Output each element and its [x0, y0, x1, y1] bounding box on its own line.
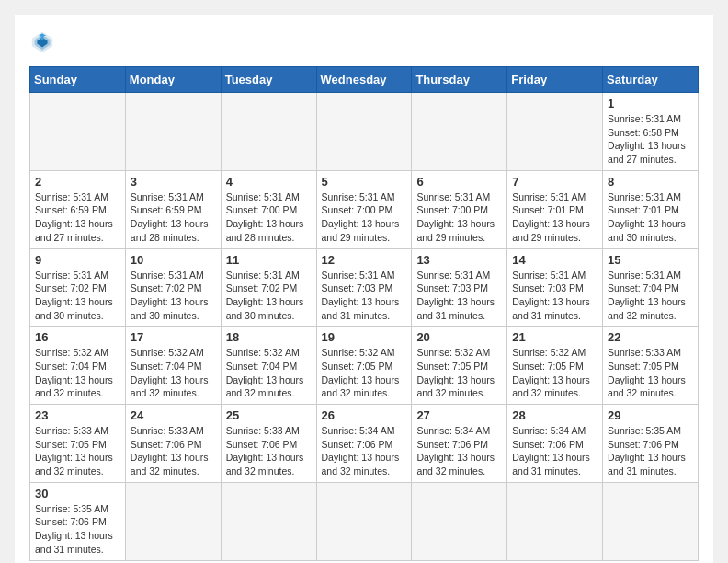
calendar-cell: 19Sunrise: 5:32 AMSunset: 7:05 PMDayligh… [316, 327, 412, 405]
day-info: Sunrise: 5:32 AMSunset: 7:05 PMDaylight:… [416, 346, 502, 400]
calendar-cell: 6Sunrise: 5:31 AMSunset: 7:00 PMDaylight… [412, 170, 507, 248]
day-info: Sunrise: 5:32 AMSunset: 7:05 PMDaylight:… [322, 346, 407, 400]
day-number: 24 [131, 408, 216, 422]
day-info: Sunrise: 5:31 AMSunset: 7:00 PMDaylight:… [322, 190, 407, 245]
calendar-cell: 2Sunrise: 5:31 AMSunset: 6:59 PMDaylight… [30, 170, 126, 248]
logo [29, 29, 59, 55]
calendar-cell [507, 482, 603, 560]
day-info: Sunrise: 5:31 AMSunset: 7:02 PMDaylight:… [131, 269, 216, 323]
weekday-header-row: SundayMondayTuesdayWednesdayThursdayFrid… [30, 67, 699, 93]
day-info: Sunrise: 5:31 AMSunset: 6:59 PMDaylight:… [35, 190, 120, 245]
logo-icon [29, 29, 55, 55]
day-number: 30 [35, 487, 120, 500]
day-number: 23 [35, 408, 120, 422]
calendar-cell: 14Sunrise: 5:31 AMSunset: 7:03 PMDayligh… [507, 248, 603, 327]
weekday-header-tuesday: Tuesday [221, 67, 316, 93]
calendar-cell: 9Sunrise: 5:31 AMSunset: 7:02 PMDaylight… [30, 248, 126, 327]
day-number: 20 [416, 330, 502, 344]
calendar-cell [30, 93, 126, 171]
calendar-cell [221, 93, 316, 171]
day-info: Sunrise: 5:35 AMSunset: 7:06 PMDaylight:… [608, 424, 693, 478]
day-info: Sunrise: 5:31 AMSunset: 7:01 PMDaylight:… [608, 190, 693, 245]
calendar-week-2: 2Sunrise: 5:31 AMSunset: 6:59 PMDaylight… [30, 170, 699, 248]
day-info: Sunrise: 5:33 AMSunset: 7:06 PMDaylight:… [226, 424, 312, 478]
day-info: Sunrise: 5:32 AMSunset: 7:04 PMDaylight:… [35, 346, 120, 400]
calendar-cell: 25Sunrise: 5:33 AMSunset: 7:06 PMDayligh… [221, 405, 316, 483]
weekday-header-friday: Friday [507, 67, 603, 93]
day-number: 12 [322, 253, 407, 267]
calendar-cell: 21Sunrise: 5:32 AMSunset: 7:05 PMDayligh… [507, 327, 603, 405]
calendar-cell: 18Sunrise: 5:32 AMSunset: 7:04 PMDayligh… [221, 327, 316, 405]
day-info: Sunrise: 5:32 AMSunset: 7:04 PMDaylight:… [226, 346, 312, 400]
calendar-cell: 3Sunrise: 5:31 AMSunset: 6:59 PMDaylight… [125, 170, 221, 248]
calendar-cell [603, 482, 699, 560]
day-info: Sunrise: 5:32 AMSunset: 7:05 PMDaylight:… [512, 346, 597, 400]
calendar-cell [316, 93, 412, 171]
day-number: 10 [131, 253, 216, 267]
calendar-cell [221, 482, 316, 560]
calendar-cell: 29Sunrise: 5:35 AMSunset: 7:06 PMDayligh… [603, 405, 699, 483]
day-number: 18 [226, 330, 312, 344]
day-number: 13 [416, 253, 502, 267]
day-number: 3 [131, 175, 216, 189]
day-number: 14 [512, 253, 597, 267]
day-number: 15 [608, 253, 693, 267]
calendar-cell: 16Sunrise: 5:32 AMSunset: 7:04 PMDayligh… [30, 327, 126, 405]
calendar-page: SundayMondayTuesdayWednesdayThursdayFrid… [15, 15, 713, 563]
calendar-cell [507, 93, 603, 171]
day-info: Sunrise: 5:33 AMSunset: 7:05 PMDaylight:… [35, 424, 120, 478]
day-number: 27 [416, 408, 502, 422]
day-number: 28 [512, 408, 597, 422]
calendar-cell: 13Sunrise: 5:31 AMSunset: 7:03 PMDayligh… [412, 248, 507, 327]
weekday-header-saturday: Saturday [603, 67, 699, 93]
calendar-cell [412, 482, 507, 560]
day-number: 7 [512, 175, 597, 189]
day-number: 2 [35, 175, 120, 189]
day-number: 6 [416, 175, 502, 189]
calendar-cell: 27Sunrise: 5:34 AMSunset: 7:06 PMDayligh… [412, 405, 507, 483]
day-info: Sunrise: 5:31 AMSunset: 7:03 PMDaylight:… [322, 269, 407, 323]
day-info: Sunrise: 5:31 AMSunset: 7:02 PMDaylight:… [226, 269, 312, 323]
day-info: Sunrise: 5:34 AMSunset: 7:06 PMDaylight:… [322, 424, 407, 478]
calendar-cell: 24Sunrise: 5:33 AMSunset: 7:06 PMDayligh… [125, 405, 221, 483]
day-info: Sunrise: 5:34 AMSunset: 7:06 PMDaylight:… [512, 424, 597, 478]
calendar-cell: 7Sunrise: 5:31 AMSunset: 7:01 PMDaylight… [507, 170, 603, 248]
day-info: Sunrise: 5:31 AMSunset: 7:01 PMDaylight:… [512, 190, 597, 245]
calendar-cell: 15Sunrise: 5:31 AMSunset: 7:04 PMDayligh… [603, 248, 699, 327]
calendar-week-6: 30Sunrise: 5:35 AMSunset: 7:06 PMDayligh… [30, 482, 699, 560]
day-info: Sunrise: 5:33 AMSunset: 7:06 PMDaylight:… [131, 424, 216, 478]
day-info: Sunrise: 5:31 AMSunset: 6:59 PMDaylight:… [131, 190, 216, 245]
calendar-cell [316, 482, 412, 560]
calendar-cell: 11Sunrise: 5:31 AMSunset: 7:02 PMDayligh… [221, 248, 316, 327]
day-info: Sunrise: 5:31 AMSunset: 7:00 PMDaylight:… [226, 190, 312, 245]
calendar-cell: 4Sunrise: 5:31 AMSunset: 7:00 PMDaylight… [221, 170, 316, 248]
calendar-cell [125, 482, 221, 560]
day-info: Sunrise: 5:31 AMSunset: 6:58 PMDaylight:… [608, 112, 693, 167]
calendar-cell [412, 93, 507, 171]
calendar-week-3: 9Sunrise: 5:31 AMSunset: 7:02 PMDaylight… [30, 248, 699, 327]
calendar-cell [125, 93, 221, 171]
calendar-cell: 22Sunrise: 5:33 AMSunset: 7:05 PMDayligh… [603, 327, 699, 405]
day-number: 22 [608, 330, 693, 344]
day-number: 11 [226, 253, 312, 267]
day-info: Sunrise: 5:31 AMSunset: 7:03 PMDaylight:… [512, 269, 597, 323]
weekday-header-wednesday: Wednesday [316, 67, 412, 93]
day-info: Sunrise: 5:31 AMSunset: 7:04 PMDaylight:… [608, 269, 693, 323]
header [29, 29, 699, 55]
day-number: 5 [322, 175, 407, 189]
calendar-cell: 10Sunrise: 5:31 AMSunset: 7:02 PMDayligh… [125, 248, 221, 327]
day-info: Sunrise: 5:31 AMSunset: 7:02 PMDaylight:… [35, 269, 120, 323]
calendar-cell: 26Sunrise: 5:34 AMSunset: 7:06 PMDayligh… [316, 405, 412, 483]
day-number: 29 [608, 408, 693, 422]
day-number: 17 [131, 330, 216, 344]
day-number: 19 [322, 330, 407, 344]
day-info: Sunrise: 5:34 AMSunset: 7:06 PMDaylight:… [416, 424, 502, 478]
calendar-table: SundayMondayTuesdayWednesdayThursdayFrid… [29, 66, 699, 561]
day-number: 1 [608, 97, 693, 110]
calendar-cell: 12Sunrise: 5:31 AMSunset: 7:03 PMDayligh… [316, 248, 412, 327]
weekday-header-thursday: Thursday [412, 67, 507, 93]
calendar-cell: 17Sunrise: 5:32 AMSunset: 7:04 PMDayligh… [125, 327, 221, 405]
day-number: 26 [322, 408, 407, 422]
weekday-header-monday: Monday [125, 67, 221, 93]
day-info: Sunrise: 5:31 AMSunset: 7:03 PMDaylight:… [416, 269, 502, 323]
